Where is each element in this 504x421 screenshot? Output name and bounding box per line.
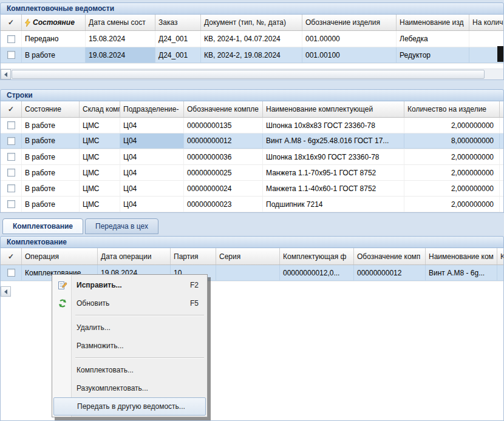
cell-date-focused[interactable]: 19.08.2024 [86,47,155,63]
row-checkbox[interactable] [7,184,15,192]
table-row[interactable]: В работе ЦМС Ц04 00000000024 Манжета 1.1… [1,181,503,197]
column-header-operation-date[interactable]: Дата операции [98,248,171,264]
column-header-component-name[interactable]: Наименование ком [426,248,497,264]
row-select-cell[interactable] [1,181,22,196]
menu-item-transfer-to-other-vedomost[interactable]: Передать в другую ведомость... [53,397,206,416]
select-all-header[interactable]: ✓ [1,248,22,264]
row-checkbox[interactable] [7,121,15,129]
column-header-state[interactable]: Состояние [22,15,86,30]
cell-state[interactable]: В работе [22,165,80,180]
row-select-cell[interactable] [1,149,22,164]
cell-item-name[interactable]: Лебедка [397,31,469,47]
row-select-cell[interactable] [1,31,22,47]
column-header-operation[interactable]: Операция [22,248,98,264]
cell-department[interactable]: Ц04 [120,165,184,180]
cell-warehouse[interactable]: ЦМС [80,197,120,212]
table-row[interactable]: Передано 15.08.2024 Д24_001 КВ, 2024-1, … [1,31,503,47]
cell-department[interactable]: Ц04 [120,197,184,212]
table-row-selected[interactable]: В работе ЦМС Ц04 00000000012 Винт А.М8 -… [1,133,503,149]
cell-warehouse[interactable]: ЦМС [80,181,120,196]
column-header-extra[interactable]: К [497,248,503,264]
cell-order[interactable]: Д24_001 [155,47,201,63]
cell-extra[interactable] [500,197,504,212]
column-header-item-code[interactable]: Обозначение изделия [302,15,397,30]
cell-component-code[interactable]: 00000000012 [184,133,263,149]
column-header-component-code[interactable]: Обозначение компле [184,101,263,117]
column-header-batch[interactable]: Партия [171,248,216,264]
cell-state[interactable]: В работе [22,197,80,212]
table-row[interactable]: В работе ЦМС Ц04 00000000025 Манжета 1.1… [1,165,503,181]
row-select-cell[interactable] [1,197,22,212]
select-all-header[interactable]: ✓ [1,15,22,30]
cell-item-code[interactable]: 001.00000 [302,31,397,47]
cell-qty[interactable]: 2,000000000 [404,149,500,164]
table-row[interactable]: В работе ЦМС Ц04 00000000036 Шпонка 18x1… [1,149,503,165]
cell-extra[interactable] [500,165,504,180]
column-header-component[interactable]: Комплектующая ф [280,248,354,264]
scrollbar-track[interactable] [11,69,503,79]
select-all-header[interactable]: ✓ [1,101,22,117]
table-row-selected[interactable]: В работе 19.08.2024 Д24_001 КВ, 2024-2, … [1,47,503,64]
cell-warehouse[interactable]: ЦМС [80,118,120,133]
tab-peredacha-v-tseh[interactable]: Передача в цех [85,218,158,234]
column-header-component-code[interactable]: Обозначение комп [354,248,426,264]
column-header-qty-per-item[interactable]: Количество на изделие [404,101,500,117]
horizontal-scrollbar[interactable] [1,69,503,79]
row-checkbox[interactable] [7,169,15,177]
cell-department[interactable]: Ц04 [120,181,184,196]
menu-item-duplicate[interactable]: Размножить... [53,337,206,355]
cell-extra[interactable] [500,118,504,133]
cell-state[interactable]: В работе [22,181,80,196]
scroll-left-button[interactable] [1,286,11,297]
cell-qty[interactable]: 2,000000000 [404,118,500,133]
cell-extra[interactable] [500,149,504,164]
cell-state[interactable]: В работе [22,133,80,149]
table-row[interactable]: В работе ЦМС Ц04 00000000135 Шпонка 10x8… [1,118,503,133]
column-header-qty[interactable]: На колич [469,15,503,30]
cell-component-code[interactable]: 00000000023 [184,197,263,212]
row-checkbox[interactable] [7,153,15,161]
table-row[interactable]: В работе ЦМС Ц04 00000000023 Подшипник 7… [1,197,503,212]
cell-department-focused[interactable]: Ц04 [120,133,184,149]
tab-komplektovanie[interactable]: Комплектование [2,218,83,234]
cell-component-name[interactable]: Манжета 1.1-40x60-1 ГОСТ 8752 [263,181,404,196]
row-checkbox[interactable] [7,51,15,59]
cell-extra[interactable] [500,181,504,196]
menu-item-refresh[interactable]: Обновить F5 [53,294,206,312]
cell-extra[interactable] [500,133,504,149]
cell-component-code[interactable]: 00000000025 [184,165,263,180]
cell-component-code[interactable]: 00000000024 [184,181,263,196]
cell-order[interactable]: Д24_001 [155,31,201,47]
column-header-extra[interactable] [500,101,504,117]
cell-component-code[interactable]: 00000000135 [184,118,263,133]
cell-series[interactable] [216,265,280,281]
cell-state[interactable]: Передано [22,31,86,47]
cell-component[interactable]: 00000000012,0... [280,265,354,281]
cell-component-name[interactable]: Подшипник 7214 [263,197,404,212]
cell-department[interactable]: Ц04 [120,149,184,164]
column-header-state[interactable]: Состояние [22,101,80,117]
cell-component-name[interactable]: Винт А.М8 - 6gx25.48.016 ГОСТ 17... [263,133,404,149]
column-header-date[interactable]: Дата смены сост [86,15,155,30]
menu-item-delete[interactable]: Удалить... [53,318,206,337]
cell-component-name[interactable]: Шпонка 18x16x90 ГОСТ 23360-78 [263,149,404,164]
column-header-series[interactable]: Серия [216,248,280,264]
cell-qty[interactable] [469,31,503,47]
column-header-component-name[interactable]: Наименование комплектующей [263,101,404,117]
cell-warehouse[interactable]: ЦМС [80,133,120,149]
cell-date[interactable]: 15.08.2024 [86,31,155,47]
row-select-cell[interactable] [1,133,22,149]
cell-component-code[interactable]: 00000000012 [354,265,426,281]
cell-qty[interactable]: 8,000000000 [404,133,500,149]
cell-state[interactable]: В работе [22,149,80,164]
cell-document[interactable]: КВ, 2024-1, 04.07.2024 [201,31,302,47]
cell-qty[interactable]: 2,000000000 [404,197,500,212]
column-header-item-name[interactable]: Наименование изд [397,15,469,30]
row-select-cell[interactable] [1,118,22,133]
row-select-cell[interactable] [1,165,22,180]
column-header-warehouse[interactable]: Склад комп [80,101,120,117]
row-checkbox[interactable] [7,35,15,43]
cell-document[interactable]: КВ, 2024-2, 19.08.2024 [201,47,302,63]
cell-component-name[interactable]: Шпонка 10x8x83 ГОСТ 23360-78 [263,118,404,133]
menu-item-komplektovat[interactable]: Комплектовать... [53,361,206,379]
